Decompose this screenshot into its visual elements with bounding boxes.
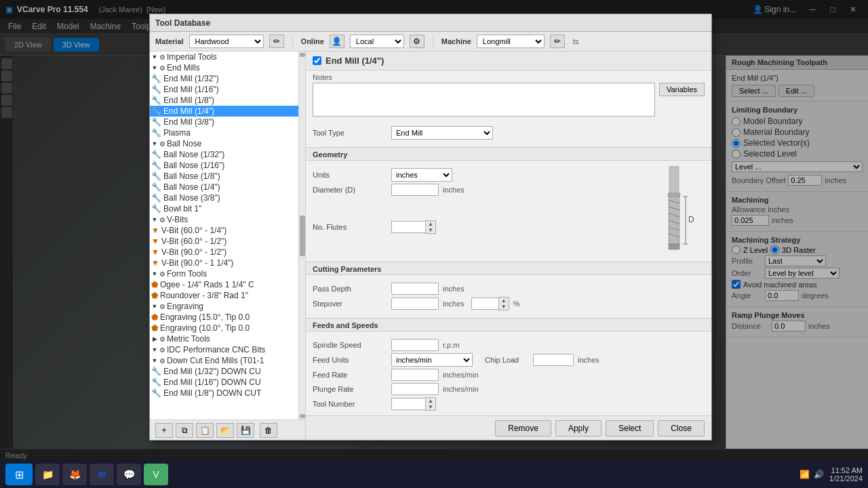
- open-tool-btn[interactable]: 📂: [216, 423, 234, 438]
- tree-item-ogee[interactable]: ⬟ Ogee - 1/4" Rads 1 1/4" C: [150, 279, 298, 290]
- remove-btn[interactable]: Remove: [495, 420, 551, 436]
- group-imperial-icon: ⚙: [159, 54, 165, 61]
- vb60-12-icon: ▼: [151, 237, 159, 246]
- tree-scrollbar[interactable]: [298, 52, 305, 420]
- tree-item-eng-10[interactable]: ⬟ Engraving (10.0°, Tip 0.0: [150, 323, 298, 333]
- save-tool-btn[interactable]: 💾: [237, 423, 254, 438]
- stepover-pct-up-btn[interactable]: ▲: [499, 298, 509, 304]
- svg-rect-0: [669, 166, 679, 193]
- tree-scroll-wrapper: ▼ ⚙ Imperial Tools ▼ ⚙ End Mills 🔧 End M…: [150, 52, 305, 420]
- tree-item-em-38[interactable]: 🔧 End Mill (3/8"): [150, 117, 298, 127]
- group-end-mills[interactable]: ▼ ⚙ End Mills: [150, 62, 298, 73]
- tree-item-dc-18[interactable]: 🔧 End Mill (1/8") DOWN CUT: [150, 388, 298, 399]
- tool-number-up-btn[interactable]: ▲: [426, 398, 435, 404]
- tree-item-bowl[interactable]: 🔧 Bowl bit 1": [150, 203, 298, 214]
- tree-item-vb60-14[interactable]: ▼ V-Bit (60.0° - 1/4"): [150, 225, 298, 236]
- taskbar-firefox[interactable]: 🦊: [62, 464, 87, 485]
- tool-type-select[interactable]: End Mill Ball Nose V-Bit: [391, 126, 493, 140]
- svg-rect-1: [668, 193, 680, 197]
- no-flutes-up-btn[interactable]: ▲: [426, 221, 435, 227]
- tree-item-em-18[interactable]: 🔧 End Mill (1/8"): [150, 95, 298, 106]
- tree-item-bn-38[interactable]: 🔧 Ball Nose (3/8"): [150, 192, 298, 203]
- group-engraving[interactable]: ▼ ⚙ Engraving: [150, 301, 298, 312]
- start-btn[interactable]: ⊞: [5, 464, 33, 485]
- machine-select[interactable]: Longmill Default: [477, 35, 545, 48]
- diameter-input[interactable]: 0.25: [391, 184, 439, 196]
- online-person-btn[interactable]: 👤: [330, 35, 344, 48]
- group-idc[interactable]: ▼ ⚙ IDC Performance CNC Bits: [150, 344, 298, 355]
- tool-enabled-check[interactable]: [313, 56, 321, 65]
- select-btn[interactable]: Select: [606, 420, 654, 436]
- tree-item-roundover[interactable]: ⬟ Roundover - 3/8" Rad 1": [150, 290, 298, 301]
- tool-number-down-btn[interactable]: ▼: [426, 404, 435, 410]
- spindle-speed-input[interactable]: 11000: [391, 339, 439, 351]
- tree-item-vb90-12[interactable]: ▼ V-Bit (90.0° - 1/2"): [150, 247, 298, 258]
- tree-item-bn-116[interactable]: 🔧 Ball Nose (1/16"): [150, 160, 298, 171]
- tree-item-vb90-114[interactable]: ▼ V-Bit (90.0° - 1 1/4"): [150, 258, 298, 268]
- group-vbits[interactable]: ▼ ⚙ V-Bits: [150, 214, 298, 225]
- tree-item-em-14[interactable]: 🔧 End Mill (1/4"): [150, 106, 298, 117]
- notes-input[interactable]: [313, 83, 655, 117]
- group-form-tools[interactable]: ▼ ⚙ Form Tools: [150, 268, 298, 279]
- close-dialog-btn[interactable]: Close: [658, 420, 705, 436]
- apply-btn[interactable]: Apply: [555, 420, 601, 436]
- delete-tool-btn[interactable]: 🗑: [260, 423, 277, 438]
- material-edit-btn[interactable]: ✏: [269, 35, 284, 48]
- feed-rate-input[interactable]: 80: [391, 369, 439, 381]
- no-flutes-down-btn[interactable]: ▼: [426, 227, 435, 233]
- tree-item-dc-116[interactable]: 🔧 End Mill (1/16") DOWN CU: [150, 377, 298, 388]
- dc-18-label: End Mill (1/8") DOWN CUT: [163, 388, 261, 398]
- group-down-cut[interactable]: ▼ ⚙ Down Cut End Mills (T01-1: [150, 355, 298, 366]
- tree-item-vb60-12[interactable]: ▼ V-Bit (60.0° - 1/2"): [150, 236, 298, 247]
- chip-load-input[interactable]: 0.0036: [533, 354, 574, 366]
- cutting-params-title: Cutting Parameters: [306, 262, 711, 275]
- variables-btn[interactable]: Variables: [659, 83, 705, 96]
- scroll-thumb[interactable]: [300, 216, 305, 256]
- tree-item-bn-132[interactable]: 🔧 Ball Nose (1/32"): [150, 149, 298, 160]
- plunge-rate-input[interactable]: 20: [391, 383, 439, 395]
- vb90-12-icon: ▼: [151, 247, 159, 257]
- material-select[interactable]: Hardwood Softwood Plywood MDF Aluminum: [189, 35, 264, 48]
- online-select[interactable]: Local Online: [350, 35, 404, 48]
- machine-edit-btn[interactable]: ✏: [550, 35, 565, 48]
- no-flutes-label: No. Flutes: [313, 223, 387, 231]
- online-settings-btn[interactable]: ⚙: [410, 35, 425, 48]
- taskbar-teams[interactable]: 💬: [117, 464, 141, 485]
- paste-tool-btn[interactable]: 📋: [196, 423, 214, 438]
- bn-38-label: Ball Nose (3/8"): [163, 193, 220, 203]
- units-select[interactable]: inches mm: [391, 168, 452, 182]
- group-ball-nose[interactable]: ▼ ⚙ Ball Nose: [150, 138, 298, 149]
- group-imperial[interactable]: ▼ ⚙ Imperial Tools: [150, 52, 298, 62]
- roundover-label: Roundover - 3/8" Rad 1": [160, 291, 248, 300]
- stepover-input[interactable]: 0.1: [391, 298, 439, 310]
- tree-item-em-116[interactable]: 🔧 End Mill (1/16"): [150, 84, 298, 95]
- tree-item-bn-18[interactable]: 🔧 Ball Nose (1/8"): [150, 171, 298, 182]
- scroll-down-btn[interactable]: [300, 414, 305, 418]
- tree-item-plasma[interactable]: 🔧 Plasma: [150, 127, 298, 138]
- stepover-pct-down-btn[interactable]: ▼: [499, 304, 509, 310]
- tool-number-input[interactable]: 2: [391, 398, 425, 410]
- feed-rate-row: Feed Rate 80 inches/min: [313, 369, 705, 381]
- taskbar-explorer[interactable]: 📁: [35, 464, 60, 485]
- spindle-speed-label: Spindle Speed: [313, 341, 387, 349]
- tree-item-bn-14[interactable]: 🔧 Ball Nose (1/4"): [150, 182, 298, 192]
- tree-item-em-132[interactable]: 🔧 End Mill (1/32"): [150, 73, 298, 84]
- online-label: Online: [301, 37, 324, 45]
- stepover-pct-input[interactable]: 40: [471, 298, 498, 310]
- tree-bottom-toolbar: + ⧉ 📋 📂 💾 🗑: [150, 420, 305, 440]
- feed-rate-unit: inches/min: [443, 371, 479, 379]
- taskbar-vcarve[interactable]: V: [144, 464, 168, 485]
- cutting-params-section: Pass Depth 0.12 inches Stepover 0.1 inch…: [306, 278, 711, 315]
- add-tool-btn[interactable]: +: [155, 423, 173, 438]
- ogee-label: Ogee - 1/4" Rads 1 1/4" C: [160, 280, 254, 289]
- copy-tool-btn[interactable]: ⧉: [176, 423, 193, 438]
- network-icon: 📶: [800, 470, 810, 479]
- group-metric[interactable]: ▶ ⚙ Metric Tools: [150, 333, 298, 344]
- no-flutes-input[interactable]: 2: [391, 221, 425, 233]
- tree-item-eng-15[interactable]: ⬟ Engraving (15.0°, Tip 0.0: [150, 312, 298, 323]
- tree-item-dc-132[interactable]: 🔧 End Mill (1/32") DOWN CU: [150, 366, 298, 377]
- feed-units-select[interactable]: inches/min mm/min: [391, 353, 473, 367]
- dc-132-label: End Mill (1/32") DOWN CU: [163, 367, 261, 376]
- taskbar-outlook[interactable]: ✉: [90, 464, 114, 485]
- pass-depth-input[interactable]: 0.12: [391, 283, 439, 295]
